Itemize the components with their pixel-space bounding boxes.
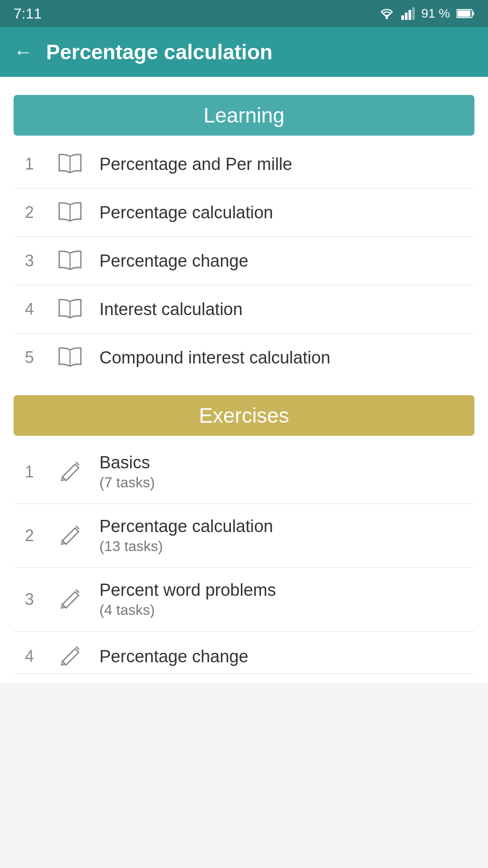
- svg-rect-2: [405, 13, 408, 20]
- item-content: Percentage change: [99, 647, 470, 666]
- list-item[interactable]: 3 Percent word problems (4 tasks): [14, 568, 474, 632]
- book-icon: [54, 298, 86, 321]
- battery-text: 91 %: [421, 6, 450, 21]
- wifi-icon: [379, 7, 395, 20]
- item-title: Percentage calculation: [99, 517, 470, 536]
- app-bar: ← Percentage calculation: [0, 27, 488, 77]
- item-number: 1: [18, 462, 41, 481]
- pencil-icon: [54, 524, 86, 548]
- list-item[interactable]: 3 Percentage change: [14, 237, 474, 285]
- item-content: Percentage calculation (13 tasks): [99, 517, 470, 555]
- list-item[interactable]: 2 Percentage calculation: [14, 189, 474, 237]
- learning-section-header[interactable]: Learning: [14, 95, 474, 136]
- item-title: Percentage and Per mille: [99, 155, 470, 174]
- list-item[interactable]: 4 Interest calculation: [14, 285, 474, 334]
- item-content: Interest calculation: [99, 300, 470, 319]
- book-icon: [54, 153, 86, 175]
- item-subtitle: (7 tasks): [99, 474, 470, 491]
- item-number: 2: [18, 526, 41, 545]
- svg-rect-3: [408, 10, 411, 20]
- list-item[interactable]: 1 Basics (7 tasks): [14, 440, 474, 504]
- item-subtitle: (13 tasks): [99, 538, 470, 555]
- svg-rect-1: [401, 15, 404, 20]
- book-icon: [54, 201, 86, 224]
- item-number: 1: [18, 155, 41, 174]
- battery-icon: [456, 9, 474, 19]
- item-title: Interest calculation: [99, 300, 470, 319]
- item-number: 5: [18, 348, 41, 367]
- book-icon: [54, 346, 86, 369]
- learning-header-text: Learning: [203, 103, 284, 127]
- learning-list: 1 Percentage and Per mille 2 Percentag: [14, 140, 474, 382]
- list-item[interactable]: 5 Compound interest calculation: [14, 334, 474, 382]
- exercises-header-text: Exercises: [199, 403, 289, 428]
- signal-icon: [401, 7, 415, 20]
- item-title: Percentage change: [99, 647, 470, 666]
- item-title: Percent word problems: [99, 580, 470, 600]
- item-content: Percentage change: [99, 251, 470, 271]
- list-item[interactable]: 1 Percentage and Per mille: [14, 140, 474, 189]
- svg-point-0: [386, 17, 388, 19]
- pencil-icon: [54, 644, 86, 669]
- item-number: 4: [18, 647, 41, 666]
- back-button[interactable]: ←: [14, 41, 33, 63]
- item-content: Percent word problems (4 tasks): [99, 580, 470, 618]
- item-number: 4: [18, 300, 41, 319]
- book-icon: [54, 250, 86, 272]
- svg-rect-4: [412, 7, 415, 20]
- status-bar: 7:11 91 %: [0, 0, 488, 27]
- item-title: Compound interest calculation: [99, 348, 470, 368]
- main-content: Learning 1 Percentage and Per mille 2: [0, 77, 488, 683]
- item-content: Percentage and Per mille: [99, 155, 470, 174]
- svg-rect-6: [473, 12, 474, 15]
- item-number: 2: [18, 203, 41, 222]
- item-content: Basics (7 tasks): [99, 453, 470, 491]
- exercises-section-header[interactable]: Exercises: [14, 395, 474, 436]
- item-content: Percentage calculation: [99, 203, 470, 222]
- item-title: Percentage change: [99, 251, 470, 271]
- list-item[interactable]: 4 Percentage change: [14, 632, 474, 674]
- app-bar-title: Percentage calculation: [46, 40, 272, 64]
- svg-rect-7: [457, 10, 470, 17]
- list-item[interactable]: 2 Percentage calculation (13 tasks): [14, 504, 474, 568]
- item-subtitle: (4 tasks): [99, 602, 470, 618]
- exercises-list: 1 Basics (7 tasks) 2: [14, 440, 474, 674]
- item-number: 3: [18, 251, 41, 270]
- status-time: 7:11: [14, 5, 42, 22]
- status-icons: 91 %: [379, 6, 474, 21]
- item-title: Basics: [99, 453, 470, 472]
- item-number: 3: [18, 590, 41, 609]
- pencil-icon: [54, 587, 86, 612]
- item-title: Percentage calculation: [99, 203, 470, 222]
- item-content: Compound interest calculation: [99, 348, 470, 368]
- pencil-icon: [54, 460, 86, 484]
